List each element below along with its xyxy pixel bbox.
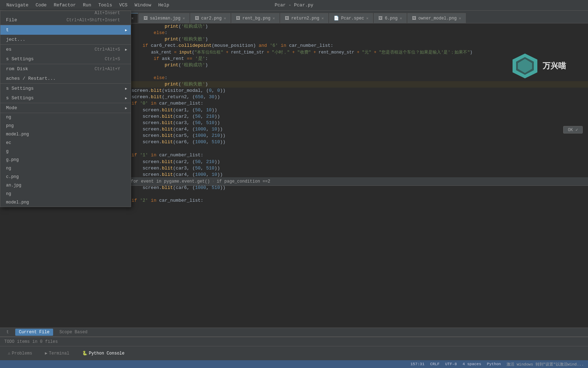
tab-salesman-label: salesman.jpg <box>150 16 180 21</box>
tab-owner-model[interactable]: 🖼 owner_model.png ✕ <box>407 13 466 23</box>
activate-windows-text: 激活 Windows 转到"设置"以激活Wind... <box>507 362 584 367</box>
dropdown-item-mode[interactable]: Mode <box>0 103 131 113</box>
tab-pcar-close[interactable]: ✕ <box>131 16 134 21</box>
code-line-174: 174 <box>96 191 588 197</box>
tab-6png-close[interactable]: ✕ <box>400 16 402 21</box>
dropdown-section-6: Mode <box>0 103 131 113</box>
dropdown-item-t[interactable]: t <box>0 25 131 35</box>
menubar-vcs[interactable]: VCS <box>115 1 131 9</box>
file-item-1[interactable]: ng <box>0 113 131 122</box>
tab-return2-close[interactable]: ✕ <box>321 16 324 21</box>
code-line-166: 166 ▼ screen.blit(car6, (1000, 510)) <box>96 139 588 146</box>
dropdown-section-4: rom Disk Ctrl+Alt+Y aches / Restart... <box>0 64 131 84</box>
dropdown-menu: Alt+Insert File Ctrl+Alt+Shift+Insert t … <box>0 11 131 207</box>
file-item-9[interactable]: an.jpg <box>0 181 131 190</box>
tab-salesman[interactable]: 🖼 salesman.jpg ✕ <box>139 13 190 23</box>
status-position: 157:31 <box>411 362 425 366</box>
line-code-169: screen.blit(car2, (50, 210)) <box>120 159 588 165</box>
breadcrumb-if[interactable]: if page_condition ==2 <box>217 179 270 184</box>
tab-spec-label: Pcar.spec <box>341 16 364 21</box>
file-item-6[interactable]: g.png <box>0 156 131 164</box>
menubar: Navigate Code Refactor Run Tools VCS Win… <box>0 0 588 11</box>
dropdown-item-es[interactable]: es Ctrl+Alt+S <box>0 45 131 54</box>
tab-spec-icon: 📄 <box>334 16 339 21</box>
file-item-10[interactable]: ng <box>0 190 131 198</box>
tab-car2[interactable]: 🖼 car2.png ✕ <box>190 13 231 23</box>
line-code-175: if '2' in car_number_list: <box>120 197 588 204</box>
code-line-163: 163 screen.blit(car3, (50, 510)) <box>96 120 588 126</box>
code-line-164: 164 screen.blit(car4, (1000, 10)) <box>96 126 588 133</box>
scope-tab-scope-based[interactable]: Scope Based <box>56 329 91 336</box>
ok-button[interactable]: OK ✓ <box>563 126 583 134</box>
status-bar: 157:31 CRLF UTF-8 4 spaces Python 激活 Win… <box>0 360 588 368</box>
dropdown-item-s-settings[interactable]: s Settings Ctrl+S <box>0 54 131 64</box>
dropdown-item-s-settings-2[interactable]: s Settings <box>0 84 131 93</box>
menubar-window[interactable]: Window <box>131 1 155 9</box>
dropdown-section-5: s Settings s Settings <box>0 84 131 103</box>
dropdown-item-file[interactable]: File Ctrl+Alt+Shift+Insert <box>0 15 131 25</box>
line-code-161: screen.blit(car1, (50, 10)) <box>120 107 588 113</box>
label-s-settings-2: s Settings <box>6 86 34 91</box>
terminal-icon: ▶ <box>45 351 47 356</box>
dropdown-item-s-settings-3[interactable]: s Settings <box>0 93 131 103</box>
python-console-tab[interactable]: 🐍 Python Console <box>79 349 128 357</box>
code-line-169: 169 screen.blit(car2, (50, 210)) <box>96 159 588 165</box>
status-crlf: CRLF <box>430 362 439 366</box>
shortcut-alt-insert: Alt+Insert <box>95 11 120 16</box>
tab-6png[interactable]: 🖼 6.png ✕ <box>374 13 407 23</box>
menubar-refactor[interactable]: Refactor <box>50 1 79 9</box>
scope-tab-current-file[interactable]: Current File <box>15 329 53 336</box>
tab-jpg-icon: 🖼 <box>143 16 148 21</box>
tab-return2-icon: 🖼 <box>285 16 289 21</box>
code-line-175: 175 ▼ if '2' in car_number_list: <box>96 197 588 204</box>
dropdown-item-ject[interactable]: ject... <box>0 35 131 44</box>
tab-spec-close[interactable]: ✕ <box>366 16 369 21</box>
file-item-11[interactable]: model.png <box>0 198 131 207</box>
label-s-settings: s Settings <box>6 56 34 62</box>
tab-rent-bg[interactable]: 🖼 rent_bg.png ✕ <box>231 13 279 23</box>
menubar-code[interactable]: Code <box>32 1 50 9</box>
label-s-settings-3: s Settings <box>6 95 34 101</box>
file-item-8[interactable]: c.png <box>0 173 131 181</box>
line-code-149: else: <box>120 30 588 36</box>
menubar-run[interactable]: Run <box>79 1 95 9</box>
file-item-5[interactable]: g <box>0 147 131 156</box>
dropdown-item-rom-disk[interactable]: rom Disk Ctrl+Alt+Y <box>0 64 131 74</box>
tab-rentbg-icon: 🖼 <box>236 16 240 21</box>
tab-return2[interactable]: 🖼 return2.png ✕ <box>280 13 328 23</box>
terminal-tab[interactable]: ▶ Terminal <box>41 349 73 357</box>
tab-car2-close[interactable]: ✕ <box>224 16 226 21</box>
line-code-174 <box>120 191 588 197</box>
menubar-navigate[interactable]: Navigate <box>3 1 32 9</box>
breadcrumb-for[interactable]: for event in pygame.event.get() <box>131 179 210 184</box>
label-ject: ject... <box>6 37 26 42</box>
menubar-tools[interactable]: Tools <box>95 1 115 9</box>
file-item-3[interactable]: model.png <box>0 130 131 139</box>
shortcut-es: Ctrl+Alt+S <box>95 47 120 52</box>
label-rom-disk: rom Disk <box>6 66 28 72</box>
menubar-help[interactable]: Help <box>155 1 173 9</box>
dropdown-item-aches[interactable]: aches / Restart... <box>0 74 131 83</box>
code-line-167: 167 <box>96 146 588 152</box>
tab-salesman-close[interactable]: ✕ <box>182 16 185 21</box>
shortcut-s-settings: Ctrl+S <box>105 57 120 62</box>
tab-pcar-spec[interactable]: 📄 Pcar.spec ✕ <box>329 13 373 23</box>
scope-tab-t[interactable]: t <box>3 329 12 336</box>
code-line-168: 168 ▼ if '1' in car_number_list: <box>96 152 588 159</box>
file-item-2[interactable]: png <box>0 122 131 130</box>
status-charset: UTF-8 <box>445 362 457 366</box>
problems-tab[interactable]: ⚠ Problems <box>4 349 36 357</box>
tab-rentbg-label: rent_bg.png <box>242 16 270 21</box>
file-item-7[interactable]: ng <box>0 164 131 173</box>
dropdown-item-new[interactable]: Alt+Insert <box>0 11 131 15</box>
tab-owner-close[interactable]: ✕ <box>459 16 461 21</box>
line-code-148: print('租购成功') <box>120 23 588 30</box>
tab-rentbg-close[interactable]: ✕ <box>273 16 275 21</box>
code-line-159: 159 screen.blit(_return2, (650, 30)) <box>96 94 588 100</box>
code-line-161: 161 screen.blit(car1, (50, 10)) <box>96 107 588 113</box>
todo-bar: TODO items in 0 files <box>0 337 588 346</box>
code-line-162: 162 screen.blit(car2, (50, 210)) <box>96 113 588 120</box>
tab-car2-icon: 🖼 <box>195 16 199 21</box>
file-item-4[interactable]: ec <box>0 139 131 147</box>
tab-owner-icon: 🖼 <box>412 16 416 21</box>
